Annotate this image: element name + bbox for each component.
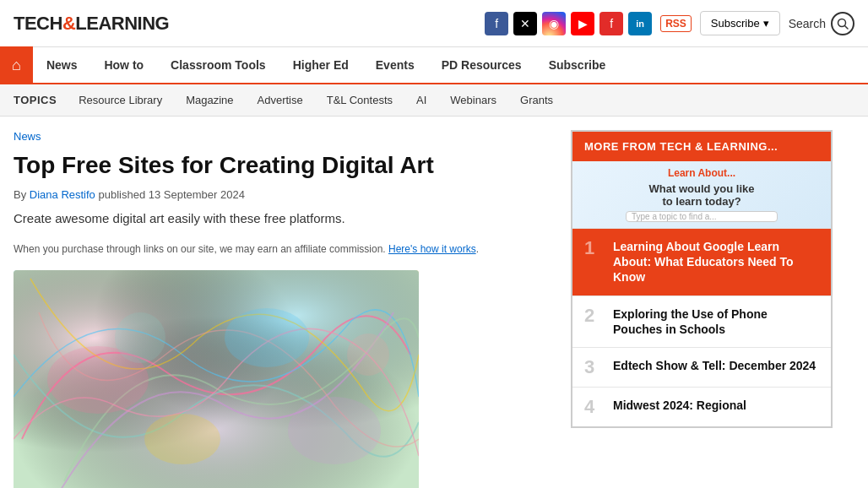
primary-nav: ⌂ News How to Classroom Tools Higher Ed … [0,47,868,84]
subscribe-header-button[interactable]: Subscribe ▾ [700,11,780,35]
sec-nav-ai[interactable]: AI [404,84,438,117]
nav-item-classroom[interactable]: Classroom Tools [157,46,279,84]
sec-nav-grants[interactable]: Grants [508,84,565,117]
ad-logo: Learn About... [668,167,735,179]
sidebar-item-2-title: Exploring the Use of Phone Pouches in Sc… [613,306,819,337]
sidebar-ad: Learn About... What would you liketo lea… [572,161,831,229]
sidebar-item-2-number: 2 [584,306,605,325]
sec-nav-tl-contests[interactable]: T&L Contests [315,84,404,117]
site-header: TECH&LEARNING f ✕ ◉ ▶ f in RSS Subscribe… [0,0,868,47]
article-image [14,270,419,488]
article-image-svg [14,270,419,488]
svg-line-1 [845,25,849,29]
svg-point-9 [144,414,220,464]
topics-label: TOPICS [14,94,67,106]
affiliate-link[interactable]: Here's how it works [388,243,476,255]
article-title: Top Free Sites for Creating Digital Art [14,151,554,180]
nav-home-button[interactable]: ⌂ [0,46,33,84]
secondary-nav: TOPICS Resource Library Magazine Adverti… [0,84,868,117]
search-icon[interactable] [831,12,854,35]
svg-point-7 [225,308,309,367]
flipboard-icon[interactable]: f [599,12,623,35]
breadcrumb[interactable]: News [14,130,554,143]
sidebar-item-1-number: 1 [584,239,605,258]
nav-item-howto[interactable]: How to [90,46,157,84]
sidebar-item-1-title: Learning About Google Learn About: What … [613,239,819,285]
sidebar-item-4-number: 4 [584,398,605,416]
header-right: f ✕ ◉ ▶ f in RSS Subscribe ▾ Search [485,11,854,35]
nav-item-pdresources[interactable]: PD Resources [428,46,535,84]
sidebar-item-4-title: Midwest 2024: Regional [613,398,746,413]
sec-nav-resource-library[interactable]: Resource Library [67,84,174,117]
nav-item-highered[interactable]: Higher Ed [279,46,362,84]
search-area[interactable]: Search [789,12,854,35]
nav-item-events[interactable]: Events [362,46,428,84]
rss-badge[interactable]: RSS [660,15,692,32]
nav-item-subscribe[interactable]: Subscribe [535,46,620,84]
sec-nav-advertise[interactable]: Advertise [246,84,315,117]
sec-nav-webinars[interactable]: Webinars [438,84,508,117]
youtube-icon[interactable]: ▶ [571,12,594,35]
sidebar-item-3-number: 3 [584,358,605,377]
ad-question: What would you liketo learn today? [649,182,755,208]
social-icons: f ✕ ◉ ▶ f in [485,12,652,35]
svg-point-10 [115,312,165,363]
sidebar-item-4[interactable]: 4 Midwest 2024: Regional [572,388,831,426]
article-author[interactable]: Diana Restifo [30,188,95,201]
svg-point-11 [347,333,389,376]
ad-input-mock[interactable]: Type a topic to find a... [626,211,778,222]
article-subtitle: Create awesome digital art easily with t… [14,209,554,229]
logo[interactable]: TECH&LEARNING [14,13,169,35]
twitter-icon[interactable]: ✕ [513,12,537,35]
instagram-icon[interactable]: ◉ [542,12,566,35]
sidebar-item-3[interactable]: 3 Edtech Show & Tell: December 2024 [572,348,831,388]
article-meta: By Diana Restifo published 13 September … [14,188,554,201]
sidebar: MORE FROM TECH & LEARNING... Learn About… [571,130,833,488]
more-from-header: MORE FROM TECH & LEARNING... [572,132,831,161]
linkedin-icon[interactable]: in [628,12,652,35]
more-from-box: MORE FROM TECH & LEARNING... Learn About… [571,130,833,428]
sidebar-item-2[interactable]: 2 Exploring the Use of Phone Pouches in … [572,296,831,348]
nav-item-news[interactable]: News [33,46,91,84]
facebook-icon[interactable]: f [485,12,508,35]
affiliate-notice: When you purchase through links on our s… [14,241,554,257]
sidebar-item-1[interactable]: 1 Learning About Google Learn About: Wha… [572,229,831,296]
main-content: News Top Free Sites for Creating Digital… [14,130,554,488]
article-date: 13 September 2024 [149,188,245,201]
content-wrapper: News Top Free Sites for Creating Digital… [0,117,868,488]
sidebar-item-3-title: Edtech Show & Tell: December 2024 [613,358,816,373]
sec-nav-magazine[interactable]: Magazine [174,84,245,117]
svg-point-8 [288,397,381,464]
